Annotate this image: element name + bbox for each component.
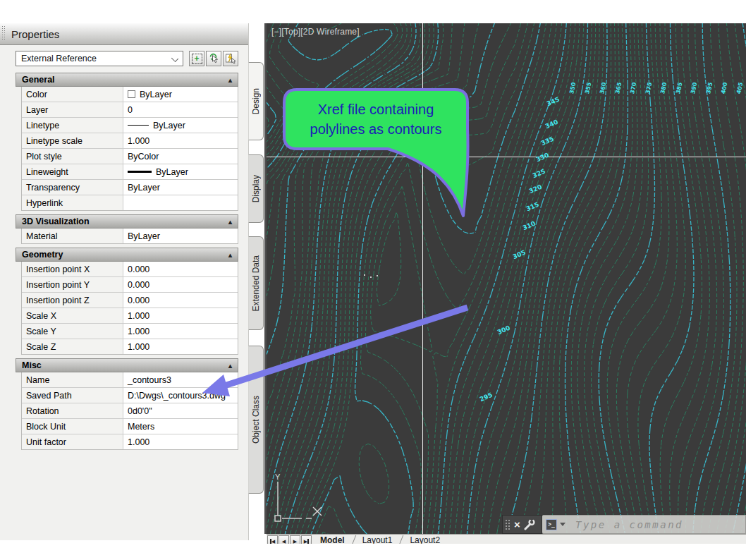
palette-grip-icon[interactable] — [1, 25, 5, 41]
palette-titlebar[interactable]: Properties — [0, 23, 248, 45]
command-line-bar: × >_ Type a command — [502, 515, 746, 534]
property-label: Layer — [22, 102, 123, 117]
section-header-geometry[interactable]: Geometry▴ — [16, 248, 238, 262]
property-value-text: 1.000 — [128, 437, 149, 447]
wrench-icon[interactable] — [523, 518, 535, 530]
property-row-linetype[interactable]: LinetypeByLayer — [22, 118, 238, 133]
collapse-arrow-icon[interactable]: ▴ — [228, 362, 232, 370]
section-header-misc[interactable]: Misc▴ — [16, 358, 238, 372]
property-value[interactable]: 0 — [123, 102, 238, 117]
property-row-color[interactable]: ColorByLayer — [22, 87, 238, 102]
property-value[interactable]: D:\Dwgs\_contours3.dwg — [123, 388, 238, 403]
property-label: Block Unit — [22, 419, 123, 434]
property-value[interactable]: ByLayer — [123, 229, 238, 243]
property-value[interactable]: 1.000 — [123, 434, 238, 449]
property-row-transparency[interactable]: TransparencyByLayer — [22, 180, 238, 195]
tab-nav-prev-button[interactable]: ◀ — [279, 535, 289, 544]
layout-tab-model[interactable]: Model — [312, 535, 353, 544]
property-row-unit-factor[interactable]: Unit factor1.000 — [22, 434, 238, 449]
property-value[interactable]: 1.000 — [123, 133, 238, 148]
property-row-saved-path[interactable]: Saved PathD:\Dwgs\_contours3.dwg — [22, 388, 238, 403]
side-tab-display[interactable]: Display — [248, 154, 264, 223]
property-label: Linetype scale — [22, 133, 123, 148]
property-value-text: ByLayer — [128, 183, 160, 193]
property-value[interactable] — [123, 195, 238, 210]
section-header-general[interactable]: General▴ — [16, 73, 238, 87]
layout-tab-layout1[interactable]: Layout1 — [354, 535, 401, 544]
property-row-scale-y[interactable]: Scale Y1.000 — [22, 324, 238, 339]
pickadd-toggle-icon: + — [192, 54, 202, 64]
property-row-name[interactable]: Name_contours3 — [22, 372, 238, 388]
property-row-insertion-point-x[interactable]: Insertion point X0.000 — [22, 262, 238, 277]
object-type-dropdown[interactable]: External Reference — [16, 51, 183, 66]
tab-nav-last-button[interactable]: ▶ — [301, 535, 312, 544]
property-value-text: 1.000 — [128, 327, 149, 336]
collapse-arrow-icon[interactable]: ▴ — [228, 218, 232, 226]
property-value-text: 0 — [128, 105, 133, 115]
property-row-material[interactable]: MaterialByLayer — [22, 229, 238, 243]
property-row-lineweight[interactable]: LineweightByLayer — [22, 164, 238, 180]
quick-select-button[interactable] — [223, 51, 238, 66]
property-value[interactable]: 1.000 — [123, 339, 238, 354]
property-value[interactable]: 0.000 — [123, 277, 238, 292]
section-header-3d-visualization[interactable]: 3D Visualization▴ — [16, 214, 238, 229]
side-tab-label: Extended Data — [251, 255, 261, 311]
property-value[interactable]: ByLayer — [123, 180, 238, 195]
property-value[interactable]: _contours3 — [123, 372, 238, 387]
property-label: Transparency — [22, 180, 123, 195]
side-tab-label: Display — [251, 175, 261, 202]
property-value[interactable]: ByLayer — [123, 118, 238, 133]
pickadd-toggle-button[interactable]: + — [189, 51, 204, 66]
property-label: Insertion point Y — [22, 277, 123, 292]
property-label: Insertion point Z — [22, 293, 123, 308]
property-row-insertion-point-z[interactable]: Insertion point Z0.000 — [22, 293, 238, 308]
layout-tab-bar: ◀◀▶▶ModelLayout1Layout2 — [267, 534, 746, 544]
dropdown-arrow-icon[interactable] — [560, 523, 565, 526]
property-row-block-unit[interactable]: Block UnitMeters — [22, 419, 238, 434]
property-value[interactable]: ByColor — [123, 149, 238, 164]
command-prompt-icon[interactable]: >_ — [546, 519, 557, 530]
autocad-window: Properties External Reference + — [0, 0, 746, 560]
section-rows: MaterialByLayer — [21, 229, 238, 244]
property-value[interactable]: 0d0'0" — [123, 403, 238, 418]
property-value[interactable]: ByLayer — [123, 164, 238, 179]
property-row-layer[interactable]: Layer0 — [22, 102, 238, 118]
drawing-viewport[interactable]: [−][Top][2D Wireframe] 34534033533032532… — [267, 23, 746, 534]
property-row-linetype-scale[interactable]: Linetype scale1.000 — [22, 133, 238, 149]
property-row-plot-style[interactable]: Plot styleByColor — [22, 149, 238, 164]
property-value[interactable]: ByLayer — [123, 87, 238, 102]
collapse-arrow-icon[interactable]: ▴ — [228, 251, 232, 259]
side-tab-extended-data[interactable]: Extended Data — [248, 236, 264, 330]
layout-tab-layout2[interactable]: Layout2 — [401, 535, 448, 544]
property-value[interactable]: 0.000 — [123, 262, 238, 276]
quick-select-icon — [225, 53, 236, 64]
property-value-text: 0.000 — [128, 296, 149, 305]
thickline-swatch-icon — [128, 171, 152, 173]
grip-dots-icon[interactable] — [505, 519, 510, 530]
property-row-hyperlink[interactable]: Hyperlink — [22, 195, 238, 210]
object-selector-row: External Reference + — [16, 51, 238, 66]
side-tab-design[interactable]: Design — [248, 62, 264, 140]
property-row-insertion-point-y[interactable]: Insertion point Y0.000 — [22, 277, 238, 293]
property-label: Scale X — [22, 308, 123, 323]
property-value[interactable]: 1.000 — [123, 324, 238, 339]
collapse-arrow-icon[interactable]: ▴ — [228, 76, 232, 84]
side-tab-object-class[interactable]: Object Class — [248, 346, 264, 494]
close-icon[interactable]: × — [514, 519, 520, 530]
property-value[interactable]: Meters — [123, 419, 238, 434]
property-row-scale-x[interactable]: Scale X1.000 — [22, 308, 238, 324]
command-input[interactable]: >_ Type a command — [542, 515, 746, 534]
property-value[interactable]: 1.000 — [123, 308, 238, 323]
select-objects-icon — [208, 53, 219, 64]
property-value-text: Meters — [128, 422, 154, 432]
property-value-text: 1.000 — [128, 311, 149, 321]
select-objects-button[interactable] — [206, 51, 221, 66]
command-bar-handle[interactable]: × — [502, 515, 542, 534]
tab-nav-next-button[interactable]: ▶ — [290, 535, 300, 544]
tab-nav-first-button[interactable]: ◀ — [267, 535, 278, 544]
property-value-text: 1.000 — [128, 342, 149, 352]
property-value[interactable]: 0.000 — [123, 293, 238, 308]
property-label: Insertion point X — [22, 262, 123, 276]
property-row-rotation[interactable]: Rotation0d0'0" — [22, 403, 238, 419]
property-row-scale-z[interactable]: Scale Z1.000 — [22, 339, 238, 354]
